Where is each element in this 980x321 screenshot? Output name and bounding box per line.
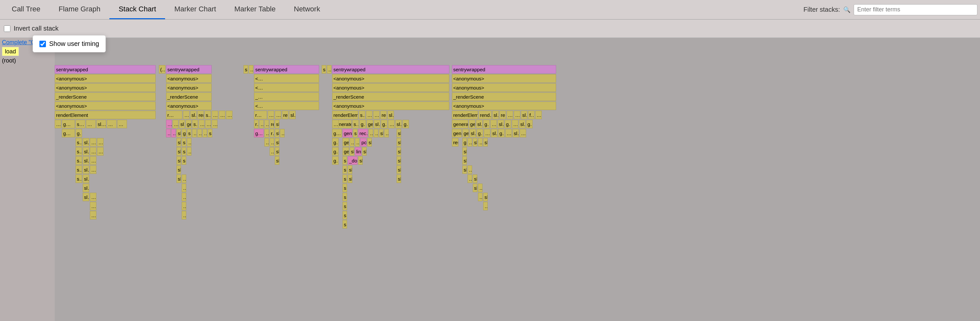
flame-block[interactable]: gen… [186,120,191,128]
flame-block[interactable]: … [197,129,202,137]
flame-block[interactable]: generate… [452,120,468,128]
flame-block[interactable]: g… [477,129,483,137]
flame-block[interactable]: rec… [358,129,368,137]
flame-block[interactable]: <… [254,83,319,92]
flame-block[interactable]: … [182,211,186,219]
flame-block[interactable]: s… [342,220,347,229]
flame-block[interactable]: renderElement [55,111,156,119]
flame-block[interactable]: sl… [96,120,106,128]
flame-block[interactable]: s… [182,138,186,146]
flame-block[interactable]: sl… [177,175,181,183]
invert-call-stack-label[interactable]: Invert call stack [4,25,59,32]
flame-block[interactable]: … [483,202,488,210]
flame-block[interactable]: … [86,120,96,128]
flame-block[interactable]: <anonymous> [55,83,156,92]
flame-block[interactable]: g… [62,120,75,128]
flame-block[interactable]: … [182,202,186,210]
flame-block[interactable]: … [182,193,186,201]
flame-block[interactable]: g… [254,129,264,137]
flame-block[interactable]: … [202,129,207,137]
flame-block[interactable]: r… [254,120,259,128]
flame-block[interactable]: sl… [275,129,279,137]
flame-block[interactable]: gene… [469,120,475,128]
flame-block[interactable]: s… [208,129,212,137]
filter-input[interactable] [854,4,977,15]
flame-block[interactable]: s… [182,147,186,156]
flame-block[interactable]: g… [381,120,387,128]
flame-block[interactable]: s… [187,129,191,137]
flame-block[interactable]: sl… [473,175,477,183]
flame-block[interactable]: … [187,147,191,156]
flame-block[interactable]: s… [76,147,82,156]
flame-block[interactable]: gene… [462,129,469,137]
flame-block[interactable]: sl… [275,156,279,165]
flame-block[interactable]: … [484,129,490,137]
flame-block[interactable]: … [90,147,96,156]
flame-block[interactable]: r… [270,129,274,137]
flame-block[interactable]: sl… [374,120,380,128]
flame-block[interactable]: … [171,129,176,137]
flame-block[interactable]: sl… [348,165,352,174]
flame-block[interactable]: sl… [469,129,476,137]
flame-block[interactable]: … [199,120,204,128]
flame-block[interactable]: <… [254,102,319,110]
flame-block[interactable]: <anonymous> [452,83,556,92]
flame-block[interactable]: s… [342,193,347,201]
flame-block[interactable]: sl… [190,111,197,119]
flame-block[interactable]: … [117,120,127,128]
flame-block[interactable]: g… [526,120,533,128]
flame-block[interactable]: s… [342,175,347,183]
flame-block[interactable]: … [97,138,103,146]
flame-block[interactable]: s… [322,65,326,73]
flame-block[interactable]: s… [342,165,347,174]
flame-block[interactable]: … [355,138,360,146]
flame-block[interactable]: … [535,111,542,119]
flame-block[interactable]: <anonymous> [332,83,449,92]
flame-block[interactable]: s… [353,129,358,137]
flame-block[interactable]: <anonymous> [166,83,212,92]
flame-block[interactable]: <… [254,74,319,83]
flame-block[interactable]: sl… [179,120,185,128]
tab-stack-chart[interactable]: Stack Chart [110,0,165,19]
flame-block[interactable]: … [205,120,211,128]
flame-block[interactable]: sentrywrapped [332,65,449,73]
flame-block[interactable]: … [332,120,339,128]
flame-block[interactable]: sl… [395,120,402,128]
flame-block[interactable]: … [166,129,170,137]
flame-block[interactable]: g… [332,156,339,165]
flame-block[interactable]: g… [360,120,366,128]
flame-block[interactable]: re… [270,120,274,128]
flame-block[interactable]: <anonymous> [332,74,449,83]
flame-block[interactable]: sl… [350,147,354,156]
flame-block[interactable]: _do… [348,156,358,165]
flame-block[interactable]: … [468,175,472,183]
flame-block[interactable]: … [264,120,269,128]
flame-block[interactable]: … [183,111,189,119]
flame-block[interactable]: … [505,129,512,137]
flame-block[interactable]: sl… [521,111,527,119]
flame-block[interactable]: sl… [83,156,89,165]
flame-block[interactable]: … [90,211,96,219]
flame-block[interactable]: generateEle… [342,129,352,137]
flame-block[interactable]: … [264,138,269,146]
tab-marker-chart[interactable]: Marker Chart [165,0,225,19]
flame-block[interactable]: sl… [379,129,383,137]
flame-block[interactable]: … [514,111,520,119]
flame-block[interactable]: s… [342,211,347,219]
show-user-timing-checkbox[interactable] [40,41,46,47]
flame-block[interactable]: ren… [197,111,204,119]
tab-flame-graph[interactable]: Flame Graph [49,0,110,19]
flame-block[interactable]: sl… [177,156,181,165]
tab-marker-table[interactable]: Marker Table [225,0,285,19]
flame-block[interactable]: sl… [512,129,519,137]
flame-block[interactable]: g… [483,120,490,128]
flame-block[interactable]: … [275,111,281,119]
flame-block[interactable]: … [267,111,274,119]
flame-block[interactable]: _renderScene [332,92,449,101]
flame-block[interactable]: sl… [358,156,363,165]
flame-block[interactable]: sl… [83,147,89,156]
flame-block[interactable]: … [90,202,96,210]
flame-block[interactable]: re… [380,111,387,119]
flame-block[interactable]: sl… [83,184,89,192]
flame-block[interactable]: sl… [83,175,89,183]
